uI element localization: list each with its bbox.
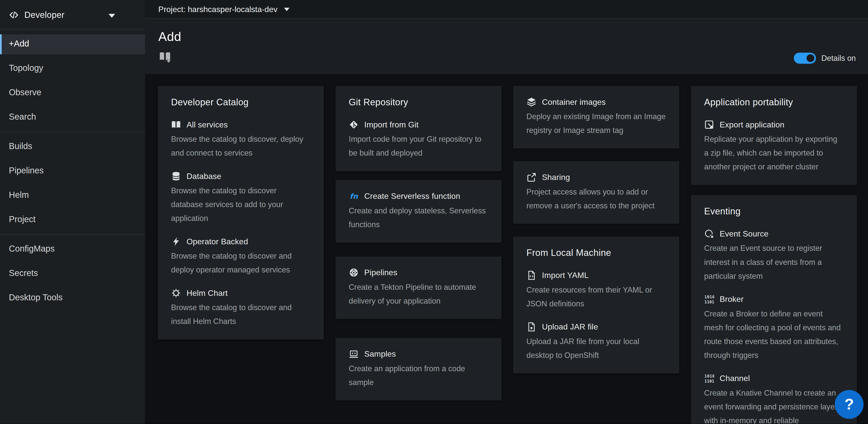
card-samples[interactable]: SamplesCreate an application from a code…: [336, 338, 502, 401]
add-item-header: Import from Git: [349, 120, 488, 130]
add-item-header: Upload JAR file: [526, 322, 666, 332]
add-column-3: Container imagesDeploy an existing Image…: [513, 86, 679, 373]
add-item-description: Deploy an existing Image from an Image r…: [526, 110, 666, 137]
add-item-description: Browse the catalog to discover and deplo…: [171, 249, 310, 277]
add-cards-grid: Developer CatalogAll servicesBrowse the …: [158, 86, 857, 424]
add-item-description: Replicate your application by exporting …: [704, 133, 844, 174]
perspective-switcher[interactable]: Developer: [0, 0, 145, 30]
code-icon: [9, 10, 19, 20]
card-git-repository: Git RepositoryImport from GitImport code…: [336, 86, 502, 171]
add-item-header: Event Source: [704, 229, 844, 239]
add-item-database[interactable]: DatabaseBrowse the catalog to discover d…: [171, 171, 310, 225]
card-create-serverless-function[interactable]: fnCreate Serverless functionCreate and d…: [336, 180, 502, 243]
export-icon: [704, 120, 714, 130]
card-title: Eventing: [704, 206, 844, 217]
add-item-header: 101011011Channel: [704, 373, 844, 384]
add-item-title: Event Source: [719, 229, 769, 238]
card-eventing: EventingEvent SourceCreate an Event sour…: [691, 195, 857, 424]
switch-knob: [806, 54, 814, 62]
add-item-samples[interactable]: SamplesCreate an application from a code…: [349, 349, 488, 390]
add-item-container-images[interactable]: Container imagesDeploy an existing Image…: [526, 97, 666, 138]
add-item-title: Samples: [364, 349, 396, 359]
binary-icon: 101011011: [704, 373, 714, 384]
add-item-broker[interactable]: 101011011BrokerCreate a Broker to define…: [704, 294, 844, 362]
share-icon: [526, 172, 536, 182]
sidebar-item-add[interactable]: +Add: [0, 34, 145, 54]
add-item-title: Broker: [719, 295, 743, 304]
add-item-helm-chart[interactable]: Helm ChartBrowse the catalog to discover…: [171, 288, 310, 329]
help-button[interactable]: ?: [835, 390, 864, 419]
project-selector[interactable]: Project: harshcasper-localsta-dev: [158, 5, 289, 13]
sidebar-divider: [0, 132, 145, 133]
card-application-portability: Application portabilityExport applicatio…: [691, 86, 857, 185]
sidebar-item-observe[interactable]: Observe: [0, 83, 145, 103]
add-item-channel[interactable]: 101011011ChannelCreate a Knative Channel…: [704, 373, 844, 424]
add-column-2: Git RepositoryImport from GitImport code…: [336, 86, 502, 401]
card-title: Git Repository: [349, 97, 488, 108]
add-item-sharing[interactable]: SharingProject access allows you to add …: [526, 172, 666, 213]
add-item-title: Upload JAR file: [542, 322, 598, 331]
add-item-description: Create a Knative Channel to create an ev…: [704, 386, 844, 424]
sidebar-item-secrets[interactable]: Secrets: [0, 264, 145, 283]
sidebar-item-pipelines[interactable]: Pipelines: [0, 161, 145, 181]
svg-text:fn: fn: [350, 192, 358, 201]
add-item-title: Create Serverless function: [364, 192, 460, 201]
card-pipelines[interactable]: PipelinesCreate a Tekton Pipeline to aut…: [336, 256, 502, 319]
openshift-developer-console: Developer +AddTopologyObserveSearchBuild…: [0, 0, 868, 424]
add-item-all-services[interactable]: All servicesBrowse the catalog to discov…: [171, 120, 310, 160]
catalog-quick-search-button[interactable]: [158, 51, 172, 64]
add-item-description: Create and deploy stateless, Serverless …: [349, 204, 488, 231]
sidebar-item-helm[interactable]: Helm: [0, 186, 145, 205]
add-item-header: Pipelines: [349, 268, 488, 278]
add-item-pipelines[interactable]: PipelinesCreate a Tekton Pipeline to aut…: [349, 268, 488, 308]
event-source-icon: [704, 229, 714, 239]
add-item-description: Create an Event source to register inter…: [704, 242, 844, 283]
helm-icon: [171, 288, 181, 298]
sidebar: Developer +AddTopologyObserveSearchBuild…: [0, 0, 145, 424]
add-item-header: Database: [171, 171, 310, 181]
add-item-description: Create a Broker to define an event mesh …: [704, 307, 844, 362]
catalog-plus-icon: [159, 57, 171, 65]
details-toggle-group: Details on: [794, 53, 856, 64]
samples-icon: [349, 349, 359, 359]
add-item-title: Helm Chart: [187, 288, 228, 297]
add-item-header: All services: [171, 120, 310, 130]
sidebar-item-topology[interactable]: Topology: [0, 59, 145, 79]
page-title: Add: [158, 29, 181, 45]
add-item-export-application[interactable]: Export applicationReplicate your applica…: [704, 120, 844, 174]
sidebar-item-project[interactable]: Project: [0, 210, 145, 230]
card-sharing[interactable]: SharingProject access allows you to add …: [513, 161, 679, 224]
add-item-title: Import YAML: [542, 271, 589, 280]
sidebar-divider: [0, 234, 145, 235]
binary-icon: 101011011: [704, 294, 714, 304]
add-item-title: Operator Backed: [187, 237, 248, 246]
add-item-description: Browse the catalog to discover and insta…: [171, 301, 310, 329]
add-item-header: Container images: [526, 97, 666, 107]
add-item-upload-jar-file[interactable]: Upload JAR fileUpload a JAR file from yo…: [526, 322, 666, 362]
sidebar-item-desktop-tools[interactable]: Desktop Tools: [0, 288, 145, 308]
sidebar-item-search[interactable]: Search: [0, 108, 145, 128]
add-item-event-source[interactable]: Event SourceCreate an Event source to re…: [704, 229, 844, 283]
add-page-content: Developer CatalogAll servicesBrowse the …: [145, 74, 868, 424]
card-container-images[interactable]: Container imagesDeploy an existing Image…: [513, 86, 679, 148]
add-item-import-yaml[interactable]: Import YAMLCreate resources from their Y…: [526, 271, 666, 311]
sidebar-item-builds[interactable]: Builds: [0, 137, 145, 157]
main-area: Project: harshcasper-localsta-dev Add De…: [145, 0, 868, 424]
add-item-title: Import from Git: [364, 120, 418, 129]
perspective-label: Developer: [24, 10, 65, 20]
sidebar-item-configmaps[interactable]: ConfigMaps: [0, 239, 145, 259]
add-item-create-serverless-function[interactable]: fnCreate Serverless functionCreate and d…: [349, 191, 488, 231]
project-selector-label: Project: harshcasper-localsta-dev: [158, 5, 277, 13]
add-item-import-from-git[interactable]: Import from GitImport code from your Git…: [349, 120, 488, 160]
add-item-description: Upload a JAR file from your local deskto…: [526, 335, 666, 362]
add-item-title: All services: [187, 120, 228, 129]
card-title: Application portability: [704, 97, 844, 108]
card-title: From Local Machine: [526, 248, 666, 258]
database-icon: [171, 171, 181, 181]
add-item-header: Import YAML: [526, 271, 666, 281]
details-toggle-label: Details on: [821, 54, 856, 63]
book-icon: [171, 120, 181, 130]
add-item-operator-backed[interactable]: Operator BackedBrowse the catalog to dis…: [171, 236, 310, 277]
details-switch[interactable]: [794, 53, 816, 64]
add-item-description: Import code from your Git repository to …: [349, 133, 488, 160]
